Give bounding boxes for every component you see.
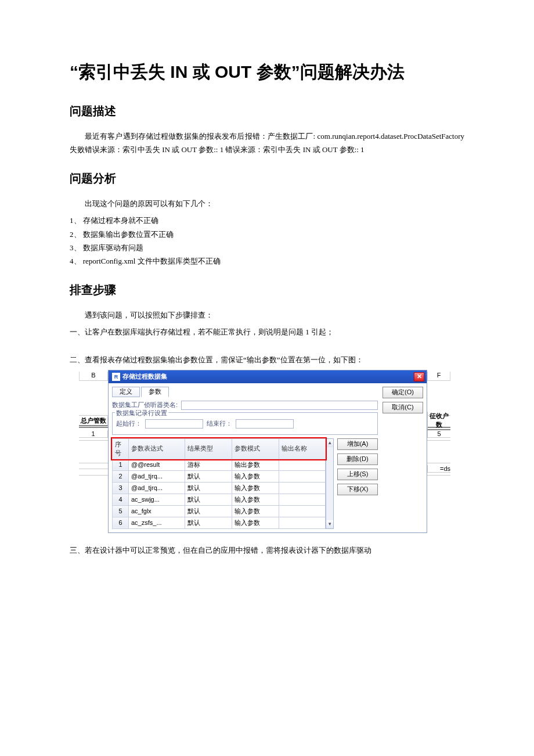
grid-header-mode[interactable]: 参数模式 — [232, 438, 279, 459]
sheet-right-header: 征收户数 — [427, 412, 450, 430]
grid-cell-expr[interactable]: @@result — [129, 459, 185, 470]
grid-cell-expr[interactable]: ac_zsfs_... — [129, 517, 185, 528]
analysis-item: 2、 数据集输出参数位置不正确 — [70, 228, 464, 241]
sheet-right-value: 5 — [427, 430, 450, 438]
grid-cell-expr[interactable]: @ad_tjrq... — [129, 482, 185, 494]
sheet-left-header: 总户管数 — [79, 416, 108, 426]
start-row-label: 起始行： — [116, 419, 142, 428]
table-row[interactable]: 6ac_zsfs_...默认输入参数 — [113, 517, 326, 528]
cancel-button[interactable]: 取消(C) — [383, 402, 423, 413]
analysis-item: 3、 数据库驱动有问题 — [70, 241, 464, 254]
table-row[interactable]: 5ac_fglx默认输入参数 — [113, 505, 326, 517]
end-row-input[interactable] — [236, 419, 294, 429]
grid-cell-rtype[interactable]: 默认 — [185, 482, 232, 494]
grid-header-expr[interactable]: 参数表达式 — [129, 438, 185, 459]
grid-cell-expr[interactable]: ac_swjg... — [129, 494, 185, 505]
grid-cell-rtype[interactable]: 游标 — [185, 459, 232, 470]
grid-rownum: 5 — [113, 505, 129, 517]
start-row-input[interactable] — [145, 419, 203, 429]
scroll-up-icon[interactable]: ▲ — [326, 439, 333, 447]
grid-cell-mode[interactable]: 输出参数 — [232, 459, 279, 470]
tab-definition[interactable]: 定义 — [112, 387, 140, 397]
grid-cell-mode[interactable]: 输入参数 — [232, 470, 279, 482]
grid-header-rtype[interactable]: 结果类型 — [185, 438, 232, 459]
analysis-item: 1、 存储过程本身就不正确 — [70, 214, 464, 227]
rowset-legend: 数据集记录行设置 — [115, 409, 168, 417]
desc-paragraph: 最近有客户遇到存储过程做数据集的报表发布后报错：产生数据工厂: com.runq… — [70, 129, 464, 157]
grid-cell-mode[interactable]: 输入参数 — [232, 517, 279, 528]
grid-cell-out[interactable] — [279, 494, 326, 505]
table-row[interactable]: 1@@result游标输出参数 — [113, 459, 326, 470]
rowset-fieldset: 数据集记录行设置 起始行： 结束行： — [112, 412, 378, 435]
table-row[interactable]: 4ac_swjg...默认输入参数 — [113, 494, 326, 505]
grid-header-seq[interactable]: 序号 — [113, 438, 129, 459]
move-up-button[interactable]: 上移(S) — [337, 469, 378, 480]
grid-cell-mode[interactable]: 输入参数 — [232, 494, 279, 505]
dialog-title-text: 存储过程数据集 — [122, 372, 167, 381]
grid-cell-rtype[interactable]: 默认 — [185, 470, 232, 482]
grid-rownum: 6 — [113, 517, 129, 528]
analysis-item: 4、 reportConfig.xml 文件中数据库类型不正确 — [70, 254, 464, 268]
add-button[interactable]: 增加(A) — [337, 438, 378, 450]
grid-cell-expr[interactable]: ac_fglx — [129, 505, 185, 517]
grid-cell-mode[interactable]: 输入参数 — [232, 482, 279, 494]
grid-cell-mode[interactable]: 输入参数 — [232, 505, 279, 517]
grid-cell-out[interactable] — [279, 459, 326, 470]
grid-cell-out[interactable] — [279, 470, 326, 482]
delete-button[interactable]: 删除(D) — [337, 453, 378, 465]
grid-cell-rtype[interactable]: 默认 — [185, 505, 232, 517]
sheet-col-header-b: B — [79, 372, 108, 381]
grid-cell-rtype[interactable]: 默认 — [185, 517, 232, 528]
analysis-intro: 出现这个问题的原因可以有如下几个： — [70, 197, 464, 210]
table-row[interactable]: 2@ad_tjrq...默认输入参数 — [113, 470, 326, 482]
step-3: 三、若在设计器中可以正常预览，但在自己的应用中报错，需将报表设计器下的数据库驱动 — [70, 543, 464, 557]
end-row-label: 结束行： — [207, 419, 232, 428]
section-desc-heading: 问题描述 — [70, 103, 464, 119]
section-steps-heading: 排查步骤 — [70, 282, 464, 298]
table-row[interactable]: 3@ad_tjrq...默认输入参数 — [113, 482, 326, 494]
step-2: 二、查看报表存储过程数据集输出参数位置，需保证“输出参数”位置在第一位，如下图： — [70, 353, 464, 366]
app-icon: R — [112, 373, 120, 381]
grid-cell-rtype[interactable]: 默认 — [185, 494, 232, 505]
grid-header-outname[interactable]: 输出名称 — [279, 438, 326, 459]
sheet-left-value: 1 — [79, 430, 108, 438]
sheet-col-header-f: F — [427, 372, 450, 381]
sheet-right-formula: =ds — [427, 465, 450, 473]
params-grid[interactable]: 序号 参数表达式 结果类型 参数模式 输出名称 1@@result游标输出参数2… — [112, 438, 326, 529]
move-down-button[interactable]: 下移(X) — [337, 484, 378, 495]
step-1: 一、让客户在数据库端执行存储过程，若不能正常执行，则说明是问题 1 引起； — [70, 325, 464, 339]
sheet-left-empty — [79, 469, 108, 469]
ok-button[interactable]: 确定(O) — [383, 387, 423, 398]
doc-title: “索引中丢失 IN 或 OUT 参数”问题解决办法 — [70, 58, 464, 86]
steps-intro: 遇到该问题，可以按照如下步骤排查： — [70, 308, 464, 322]
section-analysis-heading: 问题分析 — [70, 171, 464, 186]
scroll-down-icon[interactable]: ▼ — [326, 520, 333, 528]
grid-cell-out[interactable] — [279, 517, 326, 528]
tab-params[interactable]: 参数 — [141, 387, 169, 397]
grid-rownum: 2 — [113, 470, 129, 482]
grid-scrollbar[interactable]: ▲ ▼ — [326, 438, 334, 529]
grid-rownum: 4 — [113, 494, 129, 505]
close-icon[interactable]: ✕ — [414, 372, 424, 381]
grid-rownum: 3 — [113, 482, 129, 494]
screenshot-container: B F 总户管数 征收户数 1 5 =ds R 存储过程数据集 ✕ 定义 — [79, 370, 450, 533]
dialog-window: R 存储过程数据集 ✕ 定义 参数 数据集工厂侦听器类名: 数据集记录行设置 起… — [108, 370, 427, 533]
grid-cell-out[interactable] — [279, 482, 326, 494]
listener-input[interactable] — [181, 401, 378, 410]
grid-rownum: 1 — [113, 459, 129, 470]
tab-strip: 定义 参数 — [112, 387, 378, 397]
dialog-titlebar[interactable]: R 存储过程数据集 ✕ — [109, 370, 427, 383]
grid-cell-out[interactable] — [279, 505, 326, 517]
grid-cell-expr[interactable]: @ad_tjrq... — [129, 470, 185, 482]
